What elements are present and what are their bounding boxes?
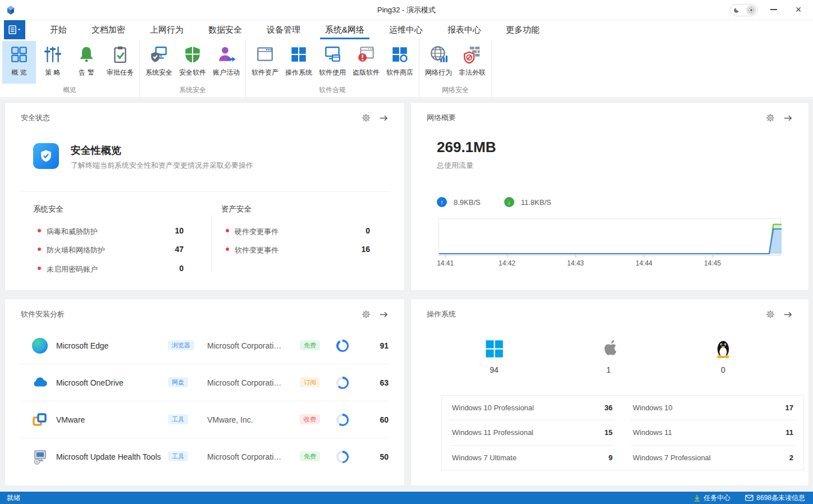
x-axis-label: 14:41 <box>437 259 454 267</box>
ribbon-group-label: 网络安全 <box>421 84 490 97</box>
ribbon-item-overview[interactable]: 概 览 <box>2 41 36 84</box>
unread-messages-button[interactable]: 8698条未读信息 <box>745 493 805 503</box>
ribbon-item-approval-tasks[interactable]: 审批任务 <box>103 41 137 84</box>
settings-gear-icon[interactable] <box>766 310 775 319</box>
operating-system-icon <box>289 45 308 64</box>
status-dot <box>226 229 229 232</box>
ribbon-item-system-security[interactable]: 系统安全 <box>142 41 176 84</box>
os-table-row: Windows 7 Ultimate 9 <box>450 446 615 470</box>
tab-system-network[interactable]: 系统&网络 <box>320 20 369 39</box>
software-name: Microsoft Update Health Tools <box>56 452 161 461</box>
software-name: VMware <box>56 415 85 424</box>
moon-icon[interactable] <box>732 6 741 15</box>
ribbon-item-operating-system[interactable]: 操作系统 <box>282 41 316 84</box>
software-row-onedrive[interactable]: Microsoft OneDrive 网盘 Microsoft Corporat… <box>21 364 389 401</box>
ribbon-item-account-activity[interactable]: 账户活动 <box>209 41 243 84</box>
tab-device-management[interactable]: 设备管理 <box>262 20 305 39</box>
ribbon-item-software-store[interactable]: 软件商店 <box>383 41 417 84</box>
ribbon-item-security-software[interactable]: 安全软件 <box>176 41 209 84</box>
open-arrow-icon[interactable] <box>783 113 793 123</box>
status-dot <box>38 229 41 232</box>
software-store-icon <box>390 45 409 64</box>
vendor-name: VMware, Inc. <box>207 415 294 424</box>
status-dot <box>38 267 41 270</box>
score-value: 50 <box>364 452 389 461</box>
open-arrow-icon[interactable] <box>379 113 389 123</box>
x-axis-label: 14:42 <box>499 259 515 267</box>
theme-toggle[interactable] <box>730 4 758 16</box>
security-software-shield-icon <box>183 45 202 64</box>
network-behavior-icon <box>429 45 448 64</box>
software-usage-icon <box>323 45 342 64</box>
stat-value: 10 <box>150 226 184 235</box>
ribbon-item-policy[interactable]: 策 略 <box>36 41 70 84</box>
score-value: 60 <box>364 415 389 424</box>
stat-label: 未启用密码账户 <box>47 264 98 274</box>
tab-web-behavior[interactable]: 上网行为 <box>145 20 189 39</box>
edge-icon <box>32 338 48 354</box>
asset-security-subtitle: 资产安全 <box>221 204 252 214</box>
open-arrow-icon[interactable] <box>379 310 389 319</box>
ribbon-item-pirated-software[interactable]: 盗版软件 <box>349 41 383 84</box>
tab-more-features[interactable]: 更多功能 <box>501 20 545 39</box>
stat-value: 0 <box>150 264 184 273</box>
ribbon-item-alerts[interactable]: 告 警 <box>70 41 103 84</box>
score-value: 91 <box>364 341 389 350</box>
score-value: 63 <box>364 378 389 387</box>
stat-value: 0 <box>336 226 370 235</box>
card-title: 安全状态 <box>21 113 50 123</box>
task-center-button[interactable]: 任务中心 <box>693 493 730 503</box>
software-row-update-health[interactable]: Microsoft Update Health Tools 工具 Microso… <box>21 438 389 475</box>
status-bar: 就绪 任务中心 8698条未读信息 <box>0 492 813 504</box>
stat-label: 软件变更事件 <box>235 245 278 255</box>
ribbon-item-software-asset[interactable]: 软件资产 <box>248 41 282 84</box>
close-button[interactable]: × <box>787 0 810 19</box>
tab-ops-center[interactable]: 运维中心 <box>384 20 428 39</box>
menu-bar: 开始 文档加密 上网行为 数据安全 设备管理 系统&网络 运维中心 报表中心 更… <box>0 20 813 39</box>
stat-label: 硬件变更事件 <box>235 227 278 237</box>
vendor-name: Microsoft Corporati… <box>207 341 294 350</box>
vmware-icon <box>32 412 48 428</box>
software-row-vmware[interactable]: VMware 工具 VMware, Inc. 收费 60 <box>21 401 389 438</box>
platform-windows: 94 <box>460 338 528 374</box>
os-table-row: Windows 10 17 <box>631 396 796 420</box>
traffic-chart <box>439 218 781 255</box>
open-arrow-icon[interactable] <box>783 310 793 319</box>
settings-gear-icon[interactable] <box>766 113 775 122</box>
ribbon-item-illegal-connection[interactable]: 非法外联 <box>455 41 489 84</box>
sun-icon[interactable] <box>746 5 756 15</box>
stat-value: 16 <box>336 245 370 254</box>
download-speed: 11.8KB/S <box>521 198 551 207</box>
card-title: 软件安装分析 <box>21 309 65 319</box>
price-badge: 免费 <box>300 451 320 461</box>
approval-clipboard-icon <box>111 45 130 64</box>
platform-linux: 0 <box>689 338 757 374</box>
security-shield-icon <box>33 143 59 169</box>
tab-doc-encryption[interactable]: 文档加密 <box>86 20 130 39</box>
tab-report-center[interactable]: 报表中心 <box>442 20 486 39</box>
ribbon-item-software-usage[interactable]: 软件使用 <box>316 41 349 84</box>
tab-data-security[interactable]: 数据安全 <box>203 20 247 39</box>
windows-count: 94 <box>460 365 528 374</box>
score-ring <box>336 414 349 426</box>
settings-gear-icon[interactable] <box>362 113 371 122</box>
software-name: Microsoft Edge <box>56 341 108 350</box>
tab-start[interactable]: 开始 <box>45 20 72 39</box>
title-bar: Ping32 - 演示模式 × <box>0 0 813 20</box>
ribbon-item-network-behavior[interactable]: 网络行为 <box>422 41 455 84</box>
network-summary-card: 网络概要 269.1MB 总使用流量 ↑ 8.9KB/S ↓ 11.8KB/S … <box>410 102 809 291</box>
network-chart-svg <box>439 219 782 255</box>
x-axis-label: 14:45 <box>704 259 721 267</box>
security-overview-title: 安全性概览 <box>71 144 121 157</box>
pirated-software-icon <box>357 45 376 64</box>
app-menu-button[interactable] <box>4 20 25 39</box>
score-ring <box>336 340 349 352</box>
software-row-edge[interactable]: Microsoft Edge 浏览器 Microsoft Corporati… … <box>21 327 389 364</box>
security-overview-subtitle: 了解终端当前系统安全性和资产变更情况并采取必要操作 <box>71 161 253 171</box>
minimize-button[interactable] <box>762 0 785 19</box>
system-security-subtitle: 系统安全 <box>33 204 63 214</box>
stat-label: 病毒和威胁防护 <box>47 227 98 237</box>
illegal-connection-icon <box>463 45 482 64</box>
settings-gear-icon[interactable] <box>362 310 371 319</box>
update-health-tools-icon <box>32 449 48 465</box>
